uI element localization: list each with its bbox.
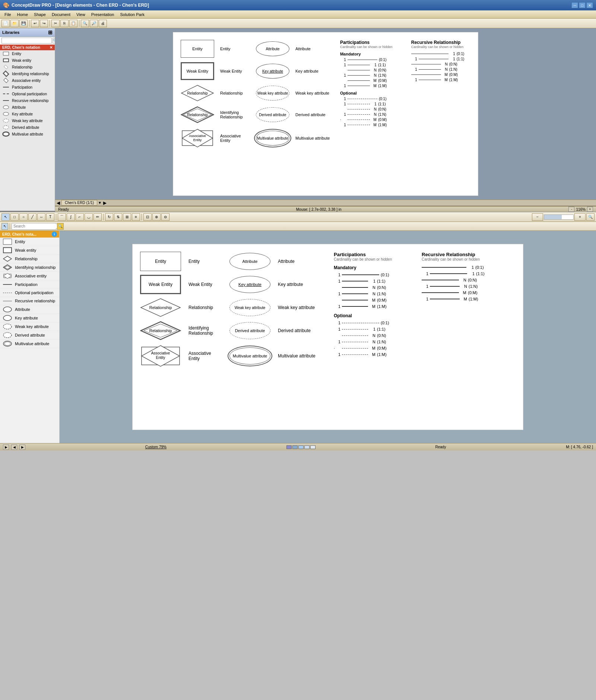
sidebar-item-identifying-top[interactable]: Identifying relationship	[0, 70, 55, 77]
menu-view[interactable]: View	[73, 12, 88, 18]
tb-select[interactable]: ↖	[1, 213, 10, 221]
tab-chen-erd-top[interactable]: Chen's ERD (1/1)	[61, 200, 97, 206]
menu-document[interactable]: Document	[49, 12, 73, 18]
shape-identifying-bottom[interactable]: Relationship	[140, 321, 181, 340]
lib-group-header-bottom[interactable]: ERD, Chen's nota... i	[0, 231, 59, 238]
sidebar-item-derived-top[interactable]: Derived attribute	[0, 124, 55, 131]
search-input-bottom[interactable]	[13, 224, 61, 228]
play-btn[interactable]: ▶	[3, 445, 9, 450]
shape-entity-bottom[interactable]: Entity	[140, 252, 181, 271]
tb-zoom-minus[interactable]: −	[532, 213, 543, 221]
search-field-bottom[interactable]	[12, 223, 56, 230]
next-btn[interactable]: ▶	[19, 445, 25, 450]
sidebar-item-attribute-bottom[interactable]: Attribute	[0, 305, 59, 314]
sidebar-item-derived-bottom[interactable]: Derived attribute	[0, 331, 59, 340]
tb-text[interactable]: T	[46, 213, 54, 221]
tab-next[interactable]: ▶	[103, 200, 107, 206]
shape-key-attr-bottom[interactable]: Key attribute	[229, 276, 270, 293]
sidebar-item-multivalue-top[interactable]: Multivalue attribute	[0, 131, 55, 137]
shape-multivalue-attr-top[interactable]: Multivalue attribute	[256, 131, 289, 146]
tb-curve[interactable]: ⌒	[58, 213, 66, 221]
close-button[interactable]: ✕	[586, 2, 593, 8]
menu-shape[interactable]: Shape	[31, 12, 49, 18]
zoom-slider[interactable]	[544, 214, 574, 220]
tb-pen[interactable]: ✏	[93, 213, 102, 221]
library-search-icon-top[interactable]: 🔍	[53, 38, 55, 44]
prev-btn[interactable]: ◀	[11, 445, 17, 450]
tb-bezier[interactable]: ∫	[67, 213, 75, 221]
shape-attribute-top[interactable]: Attribute	[256, 41, 289, 56]
tb-cut[interactable]: ✂	[51, 20, 60, 27]
sidebar-item-associative-bottom[interactable]: Associative entity	[0, 272, 59, 280]
tab-prev[interactable]: ◀	[57, 200, 60, 206]
lib-group-info[interactable]: i	[52, 232, 57, 237]
tb-group[interactable]: ⊞	[123, 213, 131, 221]
sidebar-item-recursive-top[interactable]: Recursive relationship	[0, 97, 55, 104]
tb-polyline[interactable]: ⌐	[76, 213, 84, 221]
tb-new[interactable]: 📄	[1, 20, 10, 27]
shape-associative-bottom[interactable]: AssociativeEntity	[140, 344, 181, 368]
tb-rect[interactable]: □	[10, 213, 19, 221]
sidebar-item-attribute-top[interactable]: Attribute	[0, 104, 55, 111]
sidebar-item-entity-bottom[interactable]: Entity	[0, 238, 59, 246]
diagram-box-top[interactable]: Entity Entity Attribute Attribute Weak E…	[173, 32, 478, 196]
tb-paste[interactable]: 📋	[69, 20, 77, 27]
tb-zoom-out-b[interactable]: ⊖	[161, 213, 169, 221]
shape-identifying-top[interactable]: Relationship	[181, 106, 214, 123]
diagram-box-bottom[interactable]: Entity Entity Attribute Attribute Weak E…	[132, 244, 523, 430]
minimize-button[interactable]: ─	[571, 2, 578, 8]
tb-zoom-out[interactable]: 🔎	[90, 20, 98, 27]
shape-weak-entity-top[interactable]: Weak Entity	[181, 62, 214, 80]
zoom-in-top[interactable]: +	[587, 207, 593, 212]
tb-zoom-in[interactable]: 🔍	[81, 20, 89, 27]
sidebar-item-participation-top[interactable]: Participation	[0, 84, 55, 90]
tb-pointer[interactable]: ↖	[1, 223, 8, 230]
sidebar-item-optional-bottom[interactable]: Optional participation	[0, 289, 59, 297]
sidebar-item-recursive-bottom[interactable]: Recursive relationship	[0, 297, 59, 306]
menu-presentation[interactable]: Presentation	[88, 12, 117, 18]
tb-zoom-in-b[interactable]: ⊕	[152, 213, 161, 221]
libraries-expand[interactable]: ⊞	[48, 29, 53, 35]
sidebar-item-relationship-top[interactable]: Relationship	[0, 64, 55, 70]
shape-multivalue-attr-bottom[interactable]: Multivalue attribute	[229, 347, 270, 365]
shape-relationship-top[interactable]: Relationship	[181, 85, 214, 102]
sidebar-item-identifying-bottom[interactable]: Identifying relationship	[0, 263, 59, 272]
sidebar-item-multivalue-bottom[interactable]: Multivalue attribute	[0, 340, 59, 348]
zoom-out-top[interactable]: -	[568, 207, 574, 212]
tb-line[interactable]: ╱	[28, 213, 37, 221]
sidebar-item-key-top[interactable]: Key attribute	[0, 111, 55, 117]
sidebar-item-weak-key-top[interactable]: Weak key attribute	[0, 117, 55, 124]
tb-print[interactable]: 🖨	[99, 20, 107, 27]
shape-associative-top[interactable]: AssociativeEntity	[181, 128, 214, 149]
tb-ellipse[interactable]: ○	[19, 213, 28, 221]
restore-button[interactable]: □	[579, 2, 586, 8]
shape-attribute-bottom[interactable]: Attribute	[229, 253, 270, 270]
tb-search-go[interactable]: 🔍	[57, 223, 64, 230]
sidebar-item-weak-entity-top[interactable]: Weak entity	[0, 57, 55, 64]
tb-arc[interactable]: ◡	[85, 213, 93, 221]
sidebar-item-associative-top[interactable]: Associative entity	[0, 77, 55, 84]
tb-open[interactable]: 📁	[10, 20, 19, 27]
tb-copy[interactable]: ⎘	[60, 20, 69, 27]
library-group-header-top[interactable]: ERD, Chen's notation ✕	[0, 45, 55, 50]
tab-dropdown[interactable]: ▼	[98, 201, 102, 205]
library-group-close[interactable]: ✕	[50, 45, 53, 50]
tb-undo[interactable]: ↩	[31, 20, 39, 27]
shape-key-attr-top[interactable]: Key attribute	[256, 64, 289, 79]
shape-relationship-bottom[interactable]: Relationship	[140, 298, 181, 317]
sidebar-item-participation-bottom[interactable]: Participation	[0, 280, 59, 289]
tb-save[interactable]: 💾	[19, 20, 28, 27]
sidebar-item-weak-entity-bottom[interactable]: Weak entity	[0, 246, 59, 255]
tb-flip[interactable]: ⇅	[114, 213, 122, 221]
menu-home[interactable]: Home	[14, 12, 31, 18]
shape-entity-top[interactable]: Entity	[181, 40, 214, 58]
shape-derived-attr-bottom[interactable]: Derived attribute	[229, 322, 270, 339]
menu-solution-park[interactable]: Solution Park	[117, 12, 147, 18]
menu-file[interactable]: File	[1, 12, 14, 18]
sidebar-item-optional-top[interactable]: Optional participation	[0, 90, 55, 97]
tb-redo[interactable]: ↪	[40, 20, 48, 27]
sidebar-item-entity-top[interactable]: Entity	[0, 50, 55, 57]
shape-derived-attr-top[interactable]: Derived attribute	[256, 107, 289, 122]
library-search-input-top[interactable]	[1, 38, 52, 44]
tb-zoom-plus[interactable]: +	[574, 213, 586, 221]
